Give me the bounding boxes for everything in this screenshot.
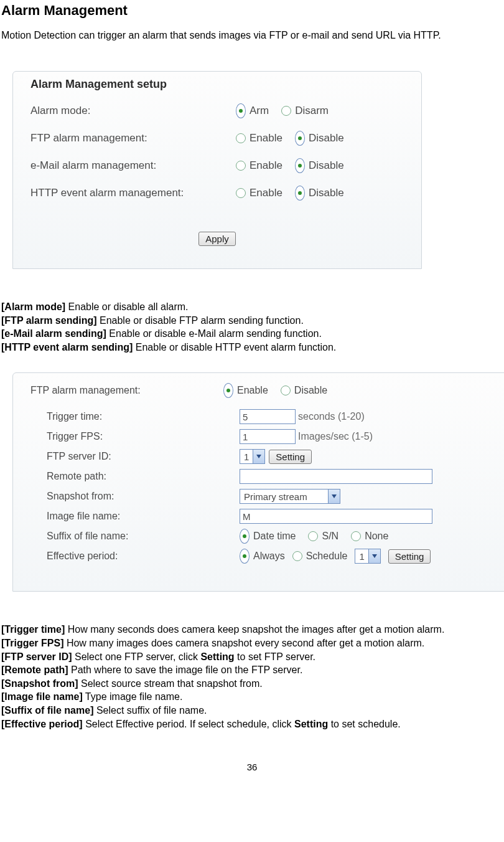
- row-trigger-fps: Trigger FPS: 1 Images/sec (1-5): [47, 429, 491, 444]
- row-effective-period: Effective period: Always Schedule 1 Sett…: [47, 549, 491, 564]
- def-text: Enable or disable all alarm.: [65, 301, 188, 312]
- def-text: Enable or disable HTTP event alarm funct…: [133, 342, 336, 352]
- radio-disable[interactable]: Disable: [295, 131, 344, 146]
- radio-dot-icon: [281, 386, 291, 395]
- label: e-Mail alarm management:: [30, 159, 236, 172]
- radio-enable[interactable]: Enable: [223, 383, 268, 398]
- radio-disable[interactable]: Disable: [295, 186, 344, 201]
- def-term: [Alarm mode]: [1, 301, 65, 312]
- page-title: Alarm Management: [1, 2, 503, 19]
- def-term: [Suffix of file name]: [1, 705, 93, 716]
- radio-dot-icon: [295, 131, 305, 146]
- panel-title: Alarm Management setup: [30, 78, 404, 91]
- def-text: Enable or disable e-Mail alarm sending f…: [106, 328, 322, 339]
- definitions-block-1: [Alarm mode] Enable or disable all alarm…: [1, 300, 503, 354]
- row-ftp-server-id: FTP server ID: 1 Setting: [47, 449, 491, 464]
- def-term: [Trigger FPS]: [1, 638, 63, 648]
- schedule-select[interactable]: 1: [355, 549, 380, 564]
- radio-dot-icon: [236, 188, 246, 198]
- radio-dot-icon: [281, 106, 291, 116]
- radio-label: Disable: [309, 187, 344, 199]
- radio-schedule[interactable]: Schedule: [292, 551, 348, 562]
- label: Trigger time:: [47, 411, 240, 422]
- def-term: [e-Mail alarm sending]: [1, 328, 106, 339]
- row-http-alarm: HTTP event alarm management: Enable Disa…: [30, 186, 404, 201]
- def-text: to set schedule.: [328, 719, 401, 729]
- radio-dot-icon: [308, 531, 318, 541]
- radio-datetime[interactable]: Date time: [240, 529, 296, 544]
- row-email-alarm: e-Mail alarm management: Enable Disable: [30, 158, 404, 173]
- row-remote-path: Remote path:: [47, 469, 491, 484]
- row-suffix: Suffix of file name: Date time S/N None: [47, 529, 491, 544]
- radio-dot-icon: [295, 186, 305, 201]
- radio-label: Enable: [250, 132, 282, 144]
- radio-disarm[interactable]: Disarm: [281, 105, 329, 117]
- radio-dot-icon: [223, 383, 233, 398]
- intro-text: Motion Detection can trigger an alarm th…: [1, 30, 503, 41]
- trigger-time-input[interactable]: 5: [240, 409, 296, 424]
- radio-label: Disable: [309, 132, 344, 144]
- def-strong: Setting: [294, 719, 328, 729]
- radio-arm[interactable]: Arm: [236, 103, 269, 118]
- radio-enable[interactable]: Enable: [236, 187, 282, 199]
- select-value: 1: [355, 551, 368, 562]
- radio-none[interactable]: None: [351, 531, 388, 542]
- def-term: [HTTP event alarm sending]: [1, 342, 133, 352]
- def-term: [Snapshot from]: [1, 678, 78, 689]
- label: Alarm mode:: [30, 105, 236, 117]
- label: Snapshot from:: [47, 491, 240, 502]
- label: Remote path:: [47, 471, 240, 482]
- def-term: [FTP alarm sending]: [1, 315, 97, 326]
- def-text: Select one FTP server, click: [72, 651, 201, 662]
- chevron-down-icon: [253, 450, 264, 463]
- def-text: Select suffix of file name.: [93, 705, 207, 716]
- radio-enable[interactable]: Enable: [236, 159, 282, 172]
- radio-dot-icon: [236, 161, 246, 171]
- select-value: 1: [240, 452, 253, 462]
- radio-label: None: [365, 531, 388, 542]
- label: Image file name:: [47, 511, 240, 522]
- hint: Images/sec (1-5): [298, 431, 373, 442]
- radio-dot-icon: [236, 133, 246, 143]
- ftp-alarm-panel: FTP alarm management: Enable Disable Tri…: [12, 372, 504, 592]
- page-number: 36: [1, 762, 503, 772]
- row-snapshot-from: Snapshot from: Primary stream: [47, 489, 491, 504]
- radio-enable[interactable]: Enable: [236, 132, 282, 144]
- row-trigger-time: Trigger time: 5 seconds (1-20): [47, 409, 491, 424]
- ftp-id-select[interactable]: 1: [240, 449, 265, 464]
- def-text: Type image file name.: [83, 691, 183, 702]
- def-text: Select source stream that snapshot from.: [78, 678, 263, 689]
- def-text: to set FTP server.: [235, 651, 315, 662]
- radio-label: Always: [253, 551, 285, 562]
- radio-label: Disable: [294, 385, 327, 396]
- label: Trigger FPS:: [47, 431, 240, 442]
- def-text: Select Effective period. If select sched…: [83, 719, 294, 729]
- setting-button[interactable]: Setting: [269, 450, 312, 464]
- label: Effective period:: [47, 551, 240, 562]
- label: FTP alarm management:: [30, 132, 236, 144]
- radio-dot-icon: [351, 531, 361, 541]
- def-term: [Effective period]: [1, 719, 83, 729]
- setting-button[interactable]: Setting: [388, 549, 431, 564]
- snapshot-from-select[interactable]: Primary stream: [240, 489, 340, 504]
- radio-label: Schedule: [306, 551, 348, 562]
- def-term: [Trigger time]: [1, 624, 65, 635]
- chevron-down-icon: [328, 490, 340, 503]
- radio-label: Disable: [309, 159, 344, 172]
- radio-disable[interactable]: Disable: [295, 158, 344, 173]
- radio-label: Enable: [250, 187, 282, 199]
- def-strong: Setting: [200, 651, 234, 662]
- alarm-setup-panel: Alarm Management setup Alarm mode: Arm D…: [12, 71, 422, 269]
- radio-always[interactable]: Always: [240, 549, 285, 564]
- trigger-fps-input[interactable]: 1: [240, 429, 296, 444]
- radio-sn[interactable]: S/N: [308, 531, 338, 542]
- radio-dot-icon: [240, 529, 250, 544]
- remote-path-input[interactable]: [240, 469, 432, 484]
- apply-button[interactable]: Apply: [198, 232, 236, 246]
- hint: seconds (1-20): [298, 411, 365, 422]
- radio-disable[interactable]: Disable: [281, 385, 327, 396]
- label: Suffix of file name:: [47, 531, 240, 542]
- image-file-input[interactable]: M: [240, 509, 432, 524]
- row-alarm-mode: Alarm mode: Arm Disarm: [30, 103, 404, 118]
- def-term: [Remote path]: [1, 665, 68, 675]
